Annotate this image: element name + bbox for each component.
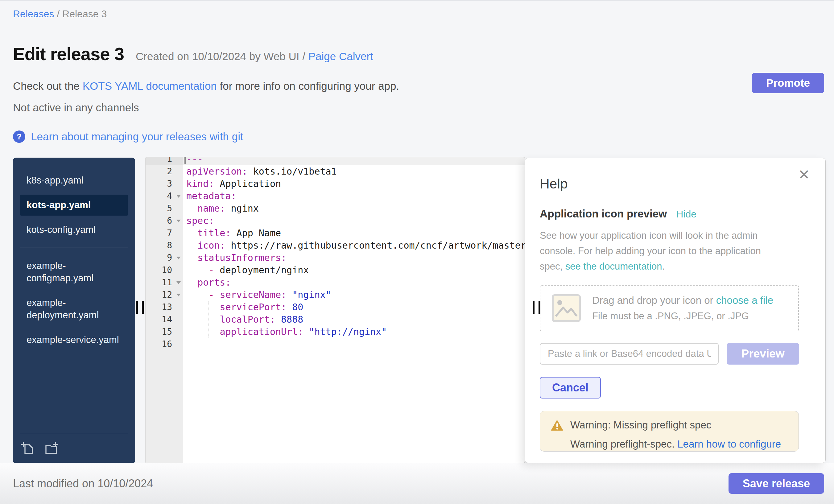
code-line-12[interactable]: - serviceName: "nginx" — [183, 289, 525, 301]
fold-arrow-icon[interactable] — [176, 294, 181, 297]
file-tree-divider — [20, 247, 128, 247]
author-link[interactable]: Paige Calvert — [308, 50, 373, 62]
created-line: Created on 10/10/2024 by Web UI / Paige … — [136, 50, 373, 63]
file-item-kots-config.yaml[interactable]: kots-config.yaml — [20, 219, 128, 240]
kots-yaml-docs-link[interactable]: KOTS YAML documentation — [83, 80, 217, 92]
docs-line: Check out the KOTS YAML documentation fo… — [13, 80, 399, 92]
code-line-6[interactable]: spec: — [183, 215, 525, 227]
question-circle-icon: ? — [13, 130, 25, 143]
code-line-1[interactable]: --- — [183, 157, 525, 165]
code-line-8[interactable]: icon: https://raw.githubusercontent.com/… — [183, 239, 525, 252]
warning-body: Warning preflight-spec. — [570, 438, 677, 450]
breadcrumb-current: Release 3 — [62, 8, 107, 19]
warning-title: Warning: Missing preflight spec — [570, 419, 711, 431]
icon-preview-description: See how your application icon will look … — [540, 228, 784, 275]
code-line-15[interactable]: applicationUrl: "http://nginx" — [183, 326, 525, 338]
icon-url-input[interactable] — [540, 343, 719, 365]
code-lines[interactable]: ---apiVersion: kots.io/v1beta1kind: Appl… — [183, 157, 525, 350]
see-documentation-link[interactable]: see the documentation — [565, 261, 662, 272]
breadcrumb: Releases / Release 3 — [13, 8, 107, 20]
close-icon[interactable]: ✕ — [798, 168, 810, 182]
image-placeholder-icon — [551, 294, 581, 322]
gutter-line-6[interactable]: 6 — [146, 215, 183, 227]
help-title: Help — [540, 176, 811, 192]
icon-dropzone[interactable]: Drag and drop your icon or choose a file… — [540, 285, 799, 331]
edit-release-page: Releases / Release 3 Edit release 3 Crea… — [0, 0, 834, 504]
gutter-line-3: 3 — [146, 178, 183, 190]
gutter-line-8: 8 — [146, 239, 183, 252]
code-line-16[interactable] — [183, 338, 525, 350]
gutter-line-14: 14 — [146, 313, 183, 326]
help-panel-resize-handle[interactable] — [533, 301, 541, 314]
gutter-line-10: 10 — [146, 264, 183, 276]
code-line-10[interactable]: - deployment/nginx — [183, 264, 525, 276]
warning-triangle-icon — [551, 419, 564, 431]
gutter-line-1: 1 — [146, 157, 183, 165]
indent-guide — [208, 313, 209, 326]
code-line-2[interactable]: apiVersion: kots.io/v1beta1 — [183, 165, 525, 178]
new-file-icon[interactable] — [20, 441, 35, 456]
file-tree-examples: example-configmap.yamlexample-deployment… — [20, 256, 128, 350]
preview-button[interactable]: Preview — [727, 343, 799, 365]
dropzone-instruction: Drag and drop your icon or — [592, 294, 716, 306]
new-folder-icon[interactable] — [44, 441, 59, 456]
code-line-13[interactable]: servicePort: 80 — [183, 301, 525, 313]
gutter-line-7: 7 — [146, 227, 183, 239]
text-cursor — [184, 157, 186, 164]
indent-guide — [208, 326, 209, 338]
code-line-4[interactable]: metadata: — [183, 190, 525, 202]
dropzone-filetypes: File must be a .PNG, .JPEG, or .JPG — [592, 311, 773, 322]
fold-arrow-icon[interactable] — [176, 281, 181, 284]
indent-guide — [208, 301, 209, 313]
file-tree-sidebar: k8s-app.yamlkots-app.yamlkots-config.yam… — [13, 158, 135, 464]
git-releases-link[interactable]: Learn about managing your releases with … — [31, 130, 243, 143]
fold-arrow-icon[interactable] — [176, 195, 181, 198]
gutter-line-11[interactable]: 11 — [146, 276, 183, 289]
code-line-14[interactable]: localPort: 8888 — [183, 313, 525, 326]
file-item-example-configmap.yaml[interactable]: example-configmap.yaml — [20, 256, 128, 289]
promote-button[interactable]: Promote — [752, 73, 824, 93]
last-modified-text: Last modified on 10/10/2024 — [13, 477, 153, 490]
gutter-line-2: 2 — [146, 165, 183, 178]
preflight-warning-box: Warning: Missing preflight spec Warning … — [540, 411, 799, 452]
editor-gutter: 12345678910111213141516 — [146, 157, 183, 463]
breadcrumb-releases-link[interactable]: Releases — [13, 8, 54, 19]
file-item-kots-app.yaml[interactable]: kots-app.yaml — [20, 195, 128, 216]
docs-prefix: Check out the — [13, 80, 83, 92]
learn-configure-link[interactable]: Learn how to configure — [677, 438, 781, 450]
save-release-button[interactable]: Save release — [728, 473, 824, 494]
editor-left-resize-handle[interactable] — [136, 301, 144, 314]
page-title: Edit release 3 — [13, 43, 124, 64]
docs-suffix: for more info on configuring your app. — [217, 80, 399, 92]
git-help-row[interactable]: ? Learn about managing your releases wit… — [13, 130, 243, 143]
code-line-3[interactable]: kind: Application — [183, 178, 525, 190]
title-row: Edit release 3 Created on 10/10/2024 by … — [13, 43, 373, 64]
file-item-k8s-app.yaml[interactable]: k8s-app.yaml — [20, 170, 128, 191]
file-tree-files: k8s-app.yamlkots-app.yamlkots-config.yam… — [20, 170, 128, 240]
file-tree-actions — [20, 434, 128, 456]
icon-preview-section-header: Application icon preview Hide — [540, 207, 811, 220]
code-line-11[interactable]: ports: — [183, 276, 525, 289]
code-line-9[interactable]: statusInformers: — [183, 252, 525, 264]
created-text: Created on 10/10/2024 by Web UI / — [136, 50, 308, 62]
channel-status: Not active in any channels — [13, 102, 139, 114]
choose-file-link[interactable]: choose a file — [716, 294, 773, 306]
gutter-line-4[interactable]: 4 — [146, 190, 183, 202]
yaml-editor[interactable]: 12345678910111213141516 ---apiVersion: k… — [145, 157, 525, 464]
file-item-example-service.yaml[interactable]: example-service.yaml — [20, 329, 128, 350]
code-line-5[interactable]: name: nginx — [183, 202, 525, 215]
gutter-line-13: 13 — [146, 301, 183, 313]
file-item-example-deployment.yaml[interactable]: example-deployment.yaml — [20, 292, 128, 326]
gutter-line-5: 5 — [146, 202, 183, 215]
gutter-line-15: 15 — [146, 326, 183, 338]
code-line-7[interactable]: title: App Name — [183, 227, 525, 239]
gutter-line-9[interactable]: 9 — [146, 252, 183, 264]
footer-bar: Last modified on 10/10/2024 Save release — [0, 463, 834, 504]
dropzone-text: Drag and drop your icon or choose a file… — [592, 294, 773, 322]
fold-arrow-icon[interactable] — [176, 220, 181, 222]
gutter-line-12[interactable]: 12 — [146, 289, 183, 301]
fold-arrow-icon[interactable] — [176, 257, 181, 259]
cancel-button[interactable]: Cancel — [540, 377, 601, 398]
breadcrumb-separator: / — [54, 8, 62, 19]
hide-link[interactable]: Hide — [676, 209, 697, 220]
